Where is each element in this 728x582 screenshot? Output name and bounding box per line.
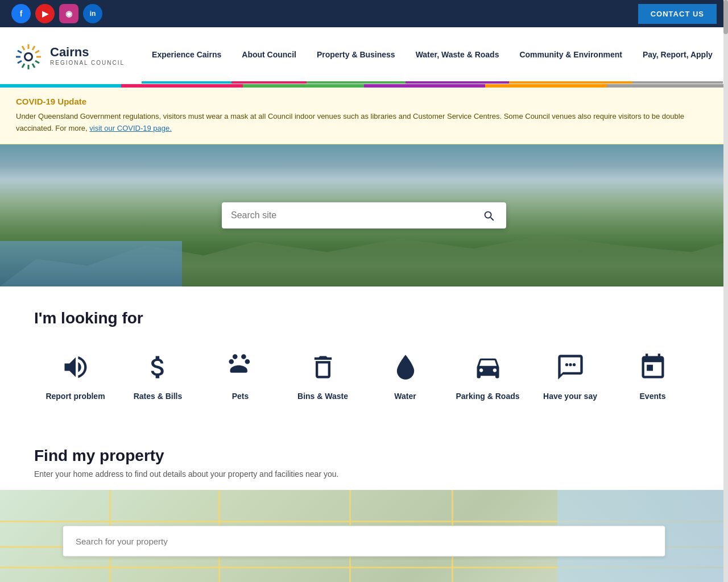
trash-icon <box>305 349 341 385</box>
nav-links: Experience Cairns About Council Property… <box>142 27 723 84</box>
svg-line-8 <box>18 61 22 63</box>
icon-item-events[interactable]: Events <box>611 343 694 407</box>
icon-label-water: Water <box>394 391 416 401</box>
icon-label-bins-waste: Bins & Waste <box>297 391 348 401</box>
svg-line-7 <box>22 64 24 68</box>
property-search-input[interactable] <box>63 525 665 556</box>
search-button[interactable] <box>480 209 497 222</box>
looking-for-heading: I'm looking for <box>34 309 694 327</box>
svg-line-1 <box>32 46 35 50</box>
icon-item-parking-roads[interactable]: Parking & Roads <box>446 343 529 407</box>
megaphone-icon <box>57 349 94 385</box>
top-bar: f ▶ ◉ in CONTACT US <box>0 0 728 27</box>
icon-item-rates-bills[interactable]: Rates & Bills <box>117 343 199 407</box>
svg-point-15 <box>569 363 572 366</box>
nav-experience-cairns[interactable]: Experience Cairns <box>142 27 231 84</box>
logo-regional: REGIONAL COUNCIL <box>50 60 125 66</box>
icon-label-pets: Pets <box>232 391 249 401</box>
search-box-container <box>222 202 506 228</box>
svg-line-10 <box>18 51 22 53</box>
icon-item-pets[interactable]: Pets <box>199 343 282 407</box>
find-property-heading: Find my property <box>34 447 694 465</box>
youtube-icon[interactable]: ▶ <box>35 4 55 23</box>
dollar-icon <box>140 349 176 385</box>
covid-banner: COVID-19 Update Under Queensland Governm… <box>0 88 728 144</box>
find-property-description: Enter your home address to find out deta… <box>34 469 694 479</box>
nav-property-business[interactable]: Property & Business <box>307 27 406 84</box>
nav-about-council[interactable]: About Council <box>231 27 307 84</box>
icon-label-have-your-say: Have your say <box>543 391 597 401</box>
search-icon <box>482 209 495 222</box>
paw-icon <box>222 349 259 385</box>
nav-community-environment[interactable]: Community & Environment <box>509 27 632 84</box>
icon-item-have-your-say[interactable]: Have your say <box>529 343 611 407</box>
logo-text: Cairns REGIONAL COUNCIL <box>50 45 125 66</box>
icon-item-report-problem[interactable]: Report problem <box>34 343 117 407</box>
logo-cairns: Cairns <box>50 45 125 60</box>
svg-point-14 <box>565 363 568 366</box>
facebook-icon[interactable]: f <box>11 4 31 23</box>
icon-item-water[interactable]: Water <box>364 343 446 407</box>
hero-water <box>0 241 182 286</box>
scrollbar[interactable] <box>723 0 728 582</box>
icon-label-rates-bills: Rates & Bills <box>134 391 183 401</box>
icon-label-events: Events <box>640 391 666 401</box>
linkedin-icon[interactable]: in <box>83 4 102 23</box>
social-icons: f ▶ ◉ in <box>11 4 102 23</box>
nav-bar: Cairns REGIONAL COUNCIL Experience Cairn… <box>0 27 728 84</box>
icon-label-report-problem: Report problem <box>46 391 105 401</box>
contact-us-button[interactable]: CONTACT US <box>638 4 717 24</box>
nav-color-strip <box>0 84 728 88</box>
logo-icon <box>11 39 46 73</box>
svg-line-5 <box>32 64 35 68</box>
logo[interactable]: Cairns REGIONAL COUNCIL <box>11 39 125 73</box>
icon-item-bins-waste[interactable]: Bins & Waste <box>282 343 364 407</box>
property-search-overlay <box>63 525 665 556</box>
scroll-thumb <box>723 0 728 34</box>
car-icon <box>470 349 506 385</box>
covid-link[interactable]: visit our COVID-19 page. <box>89 124 172 132</box>
find-property-section: Find my property Enter your home address… <box>0 424 728 479</box>
hero-section <box>0 144 728 286</box>
water-drop-icon <box>387 349 424 385</box>
looking-for-section: I'm looking for Report problem Rates & B… <box>0 286 728 424</box>
svg-point-13 <box>26 54 31 60</box>
icon-grid: Report problem Rates & Bills Pets Bins &… <box>34 343 694 407</box>
map-area <box>0 490 728 582</box>
instagram-icon[interactable]: ◉ <box>59 4 78 23</box>
covid-title: COVID-19 Update <box>16 97 712 106</box>
calendar-icon <box>635 349 671 385</box>
svg-line-4 <box>35 61 39 63</box>
svg-line-11 <box>22 46 24 50</box>
svg-point-16 <box>572 363 575 366</box>
icon-label-parking-roads: Parking & Roads <box>456 391 519 401</box>
svg-line-2 <box>35 51 39 53</box>
nav-pay-report-apply[interactable]: Pay, Report, Apply <box>632 27 723 84</box>
chat-icon <box>552 349 589 385</box>
search-input[interactable] <box>231 210 480 221</box>
covid-text: Under Queensland Government regulations,… <box>16 111 712 135</box>
nav-water-waste-roads[interactable]: Water, Waste & Roads <box>406 27 510 84</box>
